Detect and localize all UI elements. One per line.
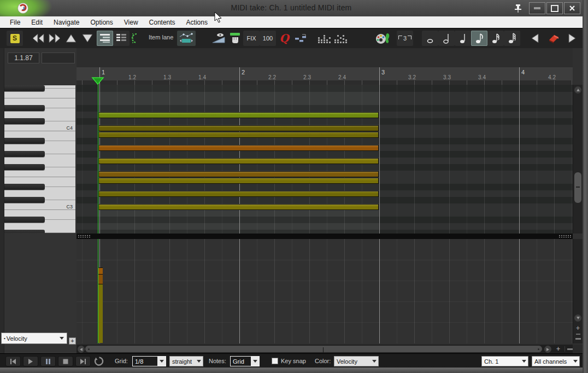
hand-drag-mode-button[interactable] <box>227 31 243 46</box>
piano-key-fs4[interactable] <box>4 85 75 92</box>
note-half-button[interactable] <box>438 31 455 46</box>
velocity-lane[interactable] <box>77 239 573 343</box>
piano-key-as2[interactable] <box>4 217 75 223</box>
show-velocity-handles-button[interactable] <box>210 31 227 46</box>
erase-button[interactable] <box>545 31 562 46</box>
lane-zoom-out-button[interactable] <box>575 338 581 340</box>
midi-note-e3[interactable] <box>98 178 379 184</box>
pin-icon[interactable] <box>510 2 526 15</box>
cc-lane-selector[interactable]: • Velocity <box>1 333 67 344</box>
piano-key-d3[interactable] <box>4 190 75 197</box>
piano-key-as3[interactable] <box>4 138 75 144</box>
piano-key-c4[interactable]: C4 <box>4 125 75 131</box>
velocity-bar[interactable] <box>98 284 103 343</box>
scroll-up-button[interactable] <box>574 86 581 94</box>
piano-key-a3[interactable] <box>4 144 75 151</box>
note-whole-button[interactable] <box>422 31 438 46</box>
step-input-button[interactable] <box>316 31 332 46</box>
h-zoom-in-button[interactable]: + <box>556 346 560 352</box>
channel-filter-dropdown[interactable]: All channels <box>532 356 580 366</box>
stop-button[interactable] <box>58 356 73 366</box>
midi-note-b3[interactable] <box>98 132 379 138</box>
lane-scroll-strip[interactable]: + <box>573 239 583 343</box>
position-display[interactable]: 1.1.87 <box>8 53 39 63</box>
piano-key-f4[interactable] <box>4 92 75 98</box>
midi-note-d4[interactable] <box>98 112 379 118</box>
piano-key-ds4[interactable] <box>4 105 75 112</box>
piano-key-cs3[interactable] <box>4 197 75 203</box>
piano-keyboard[interactable]: C4C3 <box>4 85 75 233</box>
piano-key-e4[interactable] <box>4 98 75 105</box>
note-length-dropdown[interactable]: Grid <box>230 356 260 366</box>
humanize-button[interactable] <box>292 31 309 46</box>
horizontal-scrollbar[interactable]: + <box>77 345 573 353</box>
title-bar[interactable]: MIDI take: Ch. 1 untitled MIDI item <box>0 0 588 16</box>
piano-key-b3[interactable] <box>4 131 75 138</box>
lane-zoom-in-button[interactable]: + <box>576 325 580 331</box>
prev-note-button[interactable] <box>527 31 543 46</box>
velocity-100-button[interactable]: 100 <box>260 31 276 46</box>
lane-splitter[interactable] <box>77 234 573 239</box>
piano-key-ds3[interactable] <box>4 184 75 190</box>
sync-button[interactable]: S <box>7 31 23 46</box>
channel-dropdown[interactable]: Ch. 1 <box>481 356 528 366</box>
splitter-grip-right[interactable] <box>558 235 572 238</box>
midi-note-g3[interactable] <box>98 158 379 164</box>
piano-key-c3[interactable]: C3 <box>4 203 75 210</box>
add-cc-lane-button[interactable]: + <box>69 337 76 345</box>
menu-item-options[interactable]: Options <box>85 17 118 28</box>
pause-button[interactable] <box>40 356 56 366</box>
note-quarter-button[interactable] <box>455 31 471 46</box>
track-list-button[interactable] <box>113 31 130 46</box>
note-sixteenth-button[interactable] <box>487 31 504 46</box>
quantize-button[interactable]: Q <box>276 31 292 46</box>
fix-length-button[interactable]: FIX <box>243 31 260 46</box>
go-to-start-button[interactable] <box>5 356 21 366</box>
menu-item-actions[interactable]: Actions <box>181 17 213 28</box>
swing-dropdown[interactable]: straight <box>169 356 203 366</box>
piano-key-d4[interactable] <box>4 112 75 118</box>
menu-item-view[interactable]: View <box>119 17 144 28</box>
maximize-button[interactable] <box>546 2 563 14</box>
note-eighth-button[interactable] <box>471 31 487 46</box>
repeat-button[interactable] <box>94 356 104 369</box>
piano-key-cs4[interactable] <box>4 118 75 125</box>
menu-item-edit[interactable]: Edit <box>26 17 48 28</box>
triplet-button[interactable]: 3 <box>397 31 413 46</box>
splitter-grip-left[interactable] <box>78 235 91 238</box>
piano-key-b2[interactable] <box>4 210 75 217</box>
piano-roll-grid[interactable] <box>77 85 573 234</box>
vertical-scrollbar[interactable] <box>573 85 583 234</box>
color-mode-dropdown[interactable]: Velocity <box>334 356 379 366</box>
piano-key-f3[interactable] <box>4 171 75 177</box>
piano-key-a2[interactable] <box>4 223 75 230</box>
key-snap-checkbox[interactable] <box>272 358 278 364</box>
scroll-down-button[interactable] <box>574 314 581 322</box>
menu-item-contents[interactable]: Contents <box>144 17 181 28</box>
play-button[interactable] <box>23 356 38 366</box>
vertical-scrollbar-thumb[interactable] <box>574 172 581 203</box>
note-thirtysecond-button[interactable] <box>504 31 520 46</box>
grid-size-dropdown[interactable]: 1/8 <box>132 356 166 366</box>
next-note-button[interactable] <box>564 31 580 46</box>
minimize-button[interactable] <box>529 2 545 14</box>
color-theme-button[interactable] <box>374 31 392 46</box>
piano-key-gs3[interactable] <box>4 151 75 158</box>
scroll-right-button[interactable] <box>544 346 551 353</box>
menu-item-navigate[interactable]: Navigate <box>48 17 85 28</box>
secondary-display[interactable] <box>42 53 75 63</box>
midi-note-c3[interactable] <box>98 204 379 210</box>
step-sequencer-button[interactable] <box>332 31 349 46</box>
next-measure-button[interactable] <box>46 31 63 46</box>
timeline-ruler[interactable]: 12341.21.31.42.22.32.43.23.33.44.2 <box>77 67 573 85</box>
piano-key-gs2[interactable] <box>4 230 75 233</box>
piano-key-e3[interactable] <box>4 177 75 184</box>
close-button[interactable] <box>564 2 580 14</box>
piano-key-g3[interactable] <box>4 158 75 164</box>
prev-measure-button[interactable] <box>30 31 46 46</box>
horizontal-scrollbar-thumb[interactable] <box>85 346 542 352</box>
scroll-left-button[interactable] <box>78 346 85 353</box>
octave-down-button[interactable] <box>79 31 96 46</box>
midi-note-f3[interactable] <box>98 171 379 177</box>
go-to-end-button[interactable] <box>75 356 91 366</box>
